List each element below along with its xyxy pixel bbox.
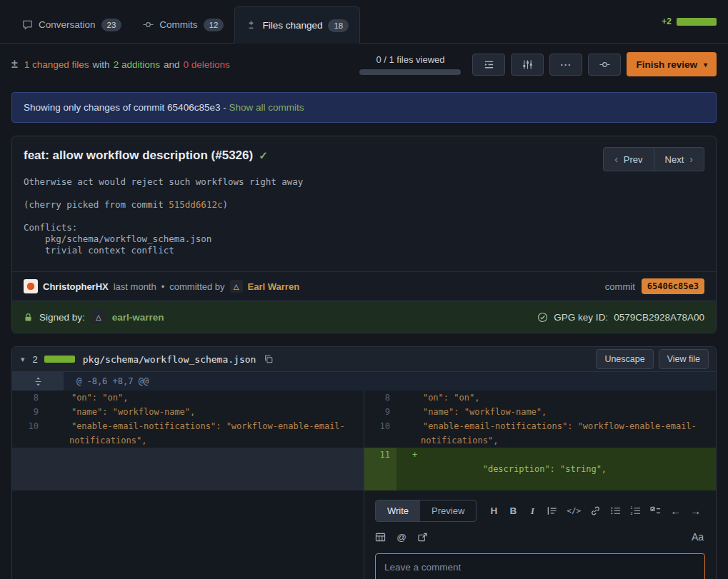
commit-pagination: ‹ Prev Next › — [603, 147, 704, 171]
hunk-header-row: @ -8,6 +8,7 @@ — [12, 372, 716, 391]
cherry-pick-sha-link[interactable]: 515dd6612c — [169, 199, 222, 210]
whitespace-button[interactable] — [472, 54, 505, 76]
lock-icon — [24, 313, 33, 322]
gpg-key-id: 0579CB2928A78A00 — [614, 312, 704, 323]
file-actions: Unescape View file — [596, 349, 709, 369]
conflicts-block: Conflicts: pkg/schema/workflow_schema.js… — [24, 222, 704, 256]
whitespace-icon — [484, 59, 494, 70]
signer-name-link[interactable]: earl-warren — [112, 312, 164, 323]
and-text: and — [164, 59, 180, 70]
diff-icon — [246, 20, 256, 31]
ordered-list-button[interactable]: 12 — [630, 505, 641, 516]
files-viewed-progress — [359, 69, 461, 75]
old-line-number[interactable]: 10 — [12, 419, 45, 448]
added-code-line[interactable]: + "description": "string", — [397, 448, 716, 490]
old-line-number[interactable]: 8 — [12, 391, 45, 405]
gpg-check-icon — [537, 312, 548, 323]
commits-icon — [143, 19, 154, 30]
changed-files-link[interactable]: 1 changed files — [24, 59, 89, 70]
code-text: "description": "string", — [462, 464, 607, 474]
author-name-link[interactable]: ChristopherHX — [43, 281, 109, 292]
commit-signature-row: Signed by: △ earl-warren GPG key ID: 057… — [12, 301, 716, 333]
commit-message: Otherwise act would reject such workflow… — [12, 163, 716, 271]
text-size-button[interactable]: Aa — [692, 530, 704, 544]
more-options-button[interactable]: ··· — [549, 54, 582, 76]
inline-comment-editor: Write Preview H B I </> — [364, 490, 716, 579]
code-line[interactable]: "name": "workflow-name", — [45, 405, 364, 419]
heading-button[interactable]: H — [489, 505, 499, 516]
reference-button[interactable] — [417, 532, 428, 543]
view-file-button[interactable]: View file — [659, 349, 709, 369]
tab-label: Commits — [159, 19, 197, 30]
expand-hunk-button[interactable] — [12, 372, 64, 391]
banner-message: Showing only changes of commit 65406c85e… — [24, 102, 226, 113]
comment-textarea[interactable] — [375, 553, 705, 579]
diff-icon: ± — [11, 58, 18, 71]
new-line-number[interactable]: 9 — [364, 405, 397, 419]
mention-button[interactable]: @ — [397, 532, 407, 543]
summary-toolbar: 0 / 1 files viewed ··· — [359, 52, 717, 76]
commit-sha-badge[interactable]: 65406c85e3 — [642, 278, 704, 294]
file-diffstat-bar — [44, 356, 75, 363]
collapse-file-button[interactable]: ▾ — [19, 353, 26, 366]
copy-icon — [264, 354, 274, 364]
committed-by-text: committed by — [169, 281, 224, 292]
next-commit-button[interactable]: Next › — [654, 147, 704, 171]
format-tools: H B I </> 12 — [489, 505, 701, 517]
new-line-number[interactable]: 11 — [364, 448, 397, 490]
commit-select-button[interactable] — [588, 54, 621, 76]
unordered-list-button[interactable] — [610, 505, 621, 516]
committer-name-link[interactable]: Earl Warren — [248, 281, 300, 292]
write-tab[interactable]: Write — [376, 500, 420, 521]
table-button[interactable] — [375, 532, 386, 543]
hunk-header-text: @ -8,6 +8,7 @@ — [64, 372, 716, 391]
avatar-logo: △ — [234, 283, 239, 291]
redo-button[interactable]: → — [690, 505, 701, 517]
new-line-number[interactable]: 8 — [364, 391, 397, 405]
code-line[interactable]: "enable-email-notifications": "workflow-… — [397, 419, 716, 448]
gpg-key-label: GPG key ID: — [554, 312, 608, 323]
task-list-button[interactable] — [650, 505, 661, 516]
author-avatar[interactable] — [24, 279, 38, 293]
tab-conversation[interactable]: Conversation 23 — [11, 6, 132, 43]
code-line[interactable]: "on": "on", — [397, 391, 716, 405]
signer-avatar[interactable]: △ — [91, 310, 106, 324]
show-all-commits-link[interactable]: Show all commits — [229, 102, 304, 113]
code-line[interactable]: "enable-email-notifications": "workflow-… — [45, 419, 364, 448]
tab-files-changed[interactable]: Files changed 18 — [234, 6, 360, 44]
code-line[interactable]: "name": "workflow-name", — [397, 405, 716, 419]
commit-author-row: ChristopherHX last month • committed by … — [12, 271, 716, 301]
preview-tab[interactable]: Preview — [420, 500, 476, 521]
task-list-icon — [650, 505, 661, 516]
tab-commits[interactable]: Commits 12 — [132, 6, 234, 43]
chevron-left-icon: ‹ — [614, 153, 618, 165]
committer-avatar[interactable]: △ — [230, 280, 243, 293]
quote-button[interactable] — [547, 505, 557, 516]
copy-filename-button[interactable] — [262, 353, 275, 366]
unfold-icon — [34, 377, 43, 386]
unescape-button[interactable]: Unescape — [596, 349, 653, 369]
bold-button[interactable]: B — [508, 505, 518, 516]
diffstat-additions: +2 — [662, 16, 672, 26]
code-line[interactable]: "on": "on", — [45, 391, 364, 405]
finish-review-button[interactable]: Finish review ▾ — [627, 52, 717, 76]
commit-message-line: (cherry picked from commit 515dd6612c) — [24, 199, 704, 211]
commit-icon — [599, 59, 610, 70]
files-changed-count-badge: 18 — [328, 19, 349, 32]
dot-separator: • — [161, 281, 165, 292]
cherry-pick-text-end: ) — [222, 199, 228, 210]
code-button[interactable]: </> — [567, 506, 581, 515]
diff-options-button[interactable] — [511, 54, 544, 76]
deletions-text: 0 deletions — [183, 59, 229, 70]
signed-by-label: Signed by: — [39, 312, 85, 323]
commit-card: feat: allow workflow description (#5326)… — [11, 136, 717, 333]
additions-text: 2 additions — [114, 59, 160, 70]
commit-message-line: Otherwise act would reject such workflow… — [24, 176, 704, 188]
caret-down-icon: ▾ — [704, 61, 707, 69]
old-line-number[interactable]: 9 — [12, 405, 45, 419]
italic-button[interactable]: I — [527, 505, 537, 517]
link-button[interactable] — [590, 505, 601, 516]
new-line-number[interactable]: 10 — [364, 419, 397, 448]
undo-button[interactable]: ← — [670, 505, 681, 517]
prev-commit-button[interactable]: ‹ Prev — [603, 147, 654, 171]
